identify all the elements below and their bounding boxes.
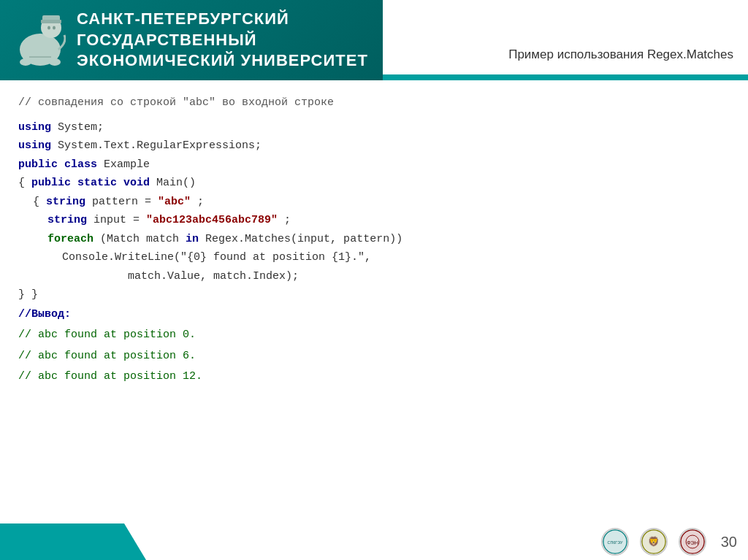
string-abc: "abc" [158,196,191,208]
svg-rect-3 [41,20,61,23]
kw-using-1: using [18,121,51,134]
university-name: САНКТ-ПЕТЕРБУРГСКИЙ ГОСУДАРСТВЕННЫЙ ЭКОН… [77,9,368,72]
output-comment: //Вывод: [18,304,730,326]
kw-in: in [186,233,199,245]
svg-point-7 [20,58,31,66]
code-rest-4: Main() [156,177,196,189]
code-rest-3: Example [104,158,150,171]
svg-point-5 [53,26,56,29]
string-input-val: "abc123abc456abc789" [146,214,278,226]
code-line-6: string input = "abc123abc456abc789" ; [18,211,730,230]
code-line-5: { string pattern = "abc" ; [18,193,730,212]
slide-title: Пример использования Regex.Matches [508,47,733,62]
code-line-3: public class Example [18,156,730,174]
output-line-3: // abc found at position 12. [18,367,730,388]
kw-foreach: foreach [47,233,94,245]
header: САНКТ-ПЕТЕРБУРГСКИЙ ГОСУДАРСТВЕННЫЙ ЭКОН… [0,0,748,80]
footer-logo-3: ФЭН [679,528,706,556]
footer-right: СПбГЭУ 🦁 ФЭН 30 [590,524,748,559]
code-rest-2: System.Text.RegularExpressions; [51,139,262,152]
code-line-8: Console.WriteLine("{0} found at position… [18,248,730,267]
kw-public-1: public [18,158,58,171]
university-logo-area: САНКТ-ПЕТЕРБУРГСКИЙ ГОСУДАРСТВЕННЫЙ ЭКОН… [0,0,383,80]
header-title-area: Пример использования Regex.Matches [383,0,748,80]
comment-line: // совпадения со строкой "abc" во входно… [18,93,730,112]
footer: СПбГЭУ 🦁 ФЭН 30 [0,523,748,560]
sphinx-icon [15,9,66,72]
code-line-2: using System.Text.RegularExpressions; [18,137,730,156]
code-line-7: foreach (Match match in Regex.Matches(in… [18,230,730,249]
kw-static: static [77,177,117,189]
footer-logo-1: СПбГЭУ [601,528,629,556]
kw-class: class [64,158,97,171]
kw-string-2: string [47,214,87,226]
svg-point-4 [47,26,50,29]
svg-text:🦁: 🦁 [648,536,660,548]
footer-logo-2: 🦁 [640,528,668,556]
footer-logos: СПбГЭУ 🦁 ФЭН [601,528,706,556]
code-rest-1: System; [51,121,104,134]
code-line-4: { public static void Main() [18,174,730,193]
code-line-10: } } [18,285,730,304]
code-line-1: using System; [18,118,730,137]
code-line-9: match.Value, match.Index); [18,267,730,286]
kw-using-2: using [18,139,51,152]
code-block: // совпадения со строкой "abc" во входно… [18,93,730,388]
footer-teal-bar [0,523,146,560]
main-content: // совпадения со строкой "abc" во входно… [0,80,748,395]
output-line-1: // abc found at position 0. [18,325,730,346]
kw-string-1: string [46,196,85,208]
page-number: 30 [721,534,737,551]
svg-text:СПбГЭУ: СПбГЭУ [607,540,623,545]
svg-point-8 [49,58,61,66]
output-line-2: // abc found at position 6. [18,346,730,367]
kw-public-2: public [31,177,71,189]
kw-void: void [123,177,150,189]
svg-text:ФЭН: ФЭН [687,540,698,546]
